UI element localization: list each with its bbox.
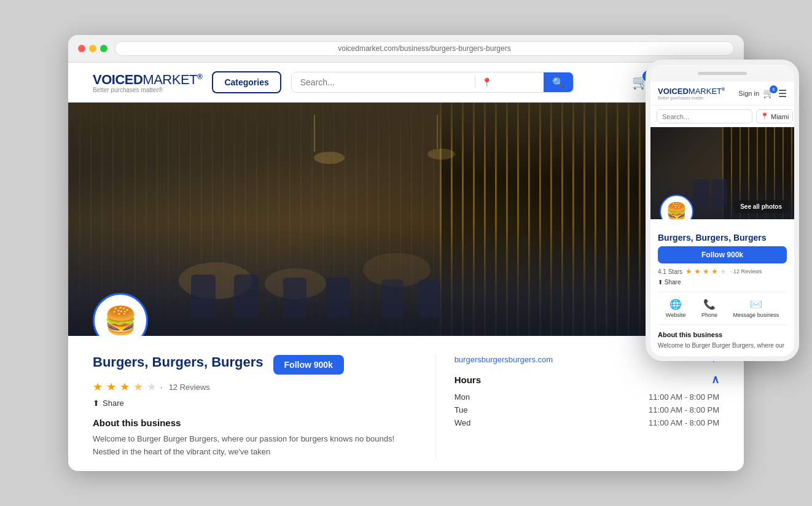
chair-6 (418, 279, 440, 317)
website-link[interactable]: burgersburgersburgers.com (455, 355, 553, 364)
site-header: VOICEDMARKET® Better purchases matter® C… (68, 63, 744, 103)
mobile-logo-bold: VOICED (658, 87, 689, 96)
mobile-rating-row: 4.1 Stars ★ ★ ★ ★ ★ · 12 Reviews (658, 267, 787, 276)
light-2 (437, 115, 438, 149)
mobile-logo-light: MARKET (689, 87, 722, 96)
mobile-cart[interactable]: 🛒 6 (763, 88, 775, 99)
chair-4 (326, 278, 349, 317)
mobile-phone-icon: 📞 (703, 298, 716, 310)
logo-bold: VOICED (93, 72, 142, 87)
star-4: ★ (133, 380, 143, 394)
mobile-share-label: Share (665, 279, 681, 286)
chair-2 (234, 274, 259, 317)
mobile-burger-icon: 🍔 (666, 201, 687, 219)
business-name: Burgers, Burgers, Burgers (93, 354, 264, 370)
location-input[interactable]: Miami (494, 77, 537, 87)
mobile-follow-button[interactable]: Follow 900k (658, 246, 787, 263)
location-pin-icon: 📍 (482, 77, 492, 87)
mobile-header-right: Sign in 🛒 6 ☰ (738, 88, 787, 99)
categories-button[interactable]: Categories (212, 71, 281, 93)
mobile-search-button[interactable]: 🔍 (797, 109, 799, 123)
mobile-website-label: Website (666, 312, 685, 318)
hours-row-mon: Mon 11:00 AM - 8:00 PM (455, 392, 719, 402)
mobile-actions: 🌐 Website 📞 Phone ✉️ Message business (658, 292, 787, 325)
mobile-hero: 🍔 See all photos (650, 127, 794, 219)
about-title: About this business (93, 418, 411, 428)
hours-label: Hours (455, 375, 481, 385)
mobile-see-all-button[interactable]: See all photos (734, 200, 788, 213)
hours-list: Mon 11:00 AM - 8:00 PM Tue 11:00 AM - 8:… (455, 392, 719, 427)
business-section: Burgers, Burgers, Burgers Follow 900k ★ … (68, 336, 744, 471)
reviews-link[interactable]: 12 Reviews (169, 383, 210, 392)
location-wrap: 📍 Miami (475, 72, 544, 92)
logo-text: VOICEDMARKET® (93, 72, 202, 88)
chair-3 (283, 278, 306, 317)
mobile-search-bar: 📍 Miami 🔍 (650, 106, 794, 127)
url-bar[interactable]: voicedmarket.com/business/burgers-burger… (115, 41, 734, 56)
mobile-share[interactable]: ⬆ Share (658, 279, 787, 286)
mobile-rating-text: 4.1 Stars (658, 268, 682, 275)
mobile-website-action[interactable]: 🌐 Website (666, 298, 685, 318)
mobile-message-icon: ✉️ (750, 298, 762, 310)
search-input[interactable] (292, 72, 475, 92)
logo-sup: ® (197, 72, 202, 80)
mobile-business-name: Burgers, Burgers, Burgers (658, 233, 787, 243)
mobile-tagline: Better purchases matter. (658, 96, 725, 100)
mobile-about-text: Welcome to Burger Burger Burgers, where … (658, 341, 787, 350)
m-chair-1 (693, 179, 709, 207)
mobile-signin[interactable]: Sign in (738, 90, 759, 97)
hours-day-tue: Tue (455, 405, 485, 415)
hero-image: 🍔 See all photos (68, 103, 744, 336)
mobile-notch-bar (698, 72, 747, 75)
search-bar: 📍 Miami 🔍 (291, 72, 574, 93)
share-icon: ⬆ (93, 399, 100, 408)
mobile-header: VOICEDMARKET® Better purchases matter. S… (650, 82, 794, 106)
mobile-phone-action[interactable]: 📞 Phone (701, 298, 717, 318)
mobile-logo: VOICEDMARKET® Better purchases matter. (658, 87, 725, 100)
mobile-star-3: ★ (703, 267, 709, 276)
mobile-notch (650, 64, 794, 82)
mobile-location-text: Miami (771, 113, 789, 120)
hero-ceiling (68, 103, 744, 176)
mobile-logo-sup: ® (722, 87, 725, 91)
follow-button[interactable]: Follow 900k (273, 355, 344, 375)
mobile-star-5: ★ (720, 267, 727, 276)
mobile-phone-label: Phone (701, 312, 717, 318)
about-text: Welcome to Burger Burger Burgers, where … (93, 433, 411, 459)
hours-time-mon: 11:00 AM - 8:00 PM (649, 392, 719, 402)
mobile-location-icon: 📍 (760, 112, 769, 120)
mobile-frame: VOICEDMARKET® Better purchases matter. S… (646, 60, 799, 361)
hours-expand-icon[interactable]: ∧ (711, 373, 719, 386)
mobile-reviews[interactable]: · 12 Reviews (730, 268, 762, 274)
star-3: ★ (120, 380, 130, 394)
mobile-menu-icon[interactable]: ☰ (778, 88, 787, 99)
star-2: ★ (106, 380, 116, 394)
logo-tagline: Better purchases matter® (93, 87, 202, 93)
mobile-logo-text: VOICEDMARKET® (658, 87, 725, 96)
mobile-star-1: ★ (685, 267, 692, 276)
mobile-cart-badge: 6 (770, 85, 778, 93)
hours-day-mon: Mon (455, 392, 485, 402)
mobile-location-wrap: 📍 Miami (756, 109, 793, 123)
hours-title: Hours ∧ (455, 373, 719, 386)
hours-row-tue: Tue 11:00 AM - 8:00 PM (455, 405, 719, 415)
search-button[interactable]: 🔍 (544, 72, 573, 92)
mobile-search-input[interactable] (657, 109, 752, 123)
m-chair-2 (712, 179, 727, 207)
star-5: ★ (147, 380, 157, 394)
chair-1 (191, 274, 216, 317)
logo-light: MARKET (142, 72, 197, 87)
light-1 (314, 115, 315, 152)
business-info-left: Burgers, Burgers, Burgers Follow 900k ★ … (93, 354, 411, 459)
mobile-message-label: Message business (733, 312, 779, 318)
hours-time-wed: 11:00 AM - 8:00 PM (649, 418, 719, 427)
hours-time-tue: 11:00 AM - 8:00 PM (649, 405, 719, 415)
mobile-star-2: ★ (694, 267, 701, 276)
burger-icon: 🍔 (104, 305, 138, 336)
hours-row-wed: Wed 11:00 AM - 8:00 PM (455, 418, 719, 427)
share-button[interactable]: ⬆ Share (93, 399, 411, 408)
mobile-message-action[interactable]: ✉️ Message business (733, 298, 779, 318)
rating-row: ★ ★ ★ ★ ★ · 12 Reviews (93, 380, 411, 394)
hours-day-wed: Wed (455, 418, 485, 427)
mobile-website-icon: 🌐 (670, 298, 682, 310)
